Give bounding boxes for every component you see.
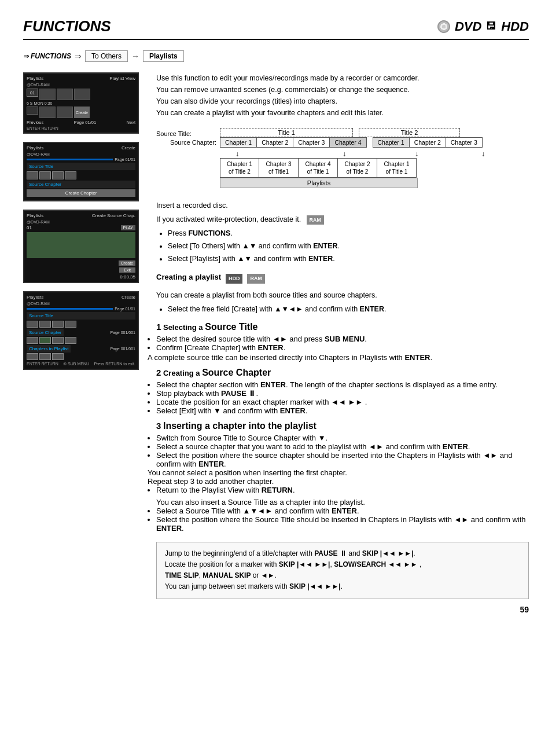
pl-item-1: Chapter 1of Title 2 <box>220 158 259 178</box>
screen-1-thumb3 <box>74 89 90 100</box>
screen-3-sub-title: Create Source Chap. <box>92 213 135 218</box>
s4t3 <box>52 321 64 328</box>
playlist-boxes: Chapter 1of Title 2 Chapter 3of Title1 C… <box>220 158 529 178</box>
left-column: Playlists Playlist View @DVD-RAM 01 6 S … <box>23 72 145 599</box>
pl-item-2: Chapter 3of Title1 <box>259 158 299 178</box>
breadcrumb-playlists[interactable]: Playlists <box>143 50 184 62</box>
section-3-heading: 3 Inserting a chapter into the playlist <box>156 421 529 431</box>
arrow6: ↓ <box>399 150 434 158</box>
arrow5 <box>365 150 399 158</box>
screen-4-sc-row: Source Chapter Page 001/001 <box>27 329 135 336</box>
s2-step3: Locate the position for an exact chapter… <box>156 398 529 406</box>
breadcrumb-functions: ⇒ FUNCTIONS <box>23 52 71 60</box>
screen-4: Playlists Create @DVD-RAM Page 01/01 Sou… <box>23 291 139 370</box>
page-header: FUNCTIONS DVD 🖫 HDD <box>23 17 529 40</box>
s3-step4: Return to the Playlist View with RETURN. <box>156 486 529 494</box>
screen-1-time: 6 S MON 0:30 <box>27 101 135 105</box>
screen-1-create[interactable]: Create <box>74 107 90 118</box>
screen-2: Playlists Create @DVD-RAM Page 01/01 Sou… <box>23 142 139 201</box>
screen-3-create-btn[interactable]: Create <box>119 260 135 266</box>
screen-4-thumbs2 <box>27 337 135 344</box>
screen-2-bar: Page 01/01 <box>27 157 135 162</box>
page-title: FUNCTIONS <box>23 17 111 35</box>
s4t6 <box>39 337 51 344</box>
creating-step: Select the free field [Create] with ▲▼◄►… <box>168 303 529 315</box>
screen-2-progress <box>27 159 113 160</box>
hdd-separator: 🖫 <box>486 20 496 32</box>
screen-2-header: Playlists Create <box>27 145 135 151</box>
section-3-list: Switch from Source Title to Source Chapt… <box>156 434 529 494</box>
ch3-t1: Chapter 3 <box>293 137 330 148</box>
screen-1-empty1 <box>27 107 38 115</box>
instr-step1: Press FUNCTIONS. <box>168 227 529 239</box>
title-1: Title 1 <box>278 129 295 136</box>
screen-3-exit[interactable]: Exit <box>119 267 135 273</box>
screen-4-page1: Page 01/01 <box>115 307 135 311</box>
screen-3-buttons: Create <box>27 260 135 266</box>
s2-step4: Select [Exit] with ▼ and confirm with EN… <box>156 406 529 415</box>
s2-step1: Select the chapter section with ENTER. T… <box>156 380 529 389</box>
section-1-heading: 1 Selecting a Source Title <box>156 322 529 332</box>
diagram: Source Title: Title 1 Title 2 Source Cha… <box>156 128 529 188</box>
breadcrumb-arrow-1: ⇒ <box>75 52 82 61</box>
description: Use this function to edit your movies/re… <box>156 72 529 119</box>
desc-line-1: Use this function to edit your movies/re… <box>156 72 529 84</box>
diagram-title-row: Source Title: Title 1 Title 2 <box>156 128 529 137</box>
screen-2-create-chapter[interactable]: Create Chapter <box>27 189 135 197</box>
s4t5 <box>27 337 38 344</box>
creating-heading: Creating a playlist <box>156 271 221 284</box>
section-1-list: Select the desired source title with ◄► … <box>156 335 529 362</box>
s4t9 <box>27 353 38 360</box>
breadcrumb-to-others[interactable]: To Others <box>85 50 128 62</box>
screen-1-thumb2 <box>57 89 73 100</box>
screen-2-thumbs <box>27 171 135 179</box>
screen-4-bar: Page 01/01 <box>27 307 135 311</box>
diagram-label-source-title: Source Title: <box>156 130 220 137</box>
arrow2 <box>255 150 289 158</box>
creating-list: Select the free field [Create] with ▲▼◄►… <box>168 303 529 315</box>
s3-note1: You cannot select a position when insert… <box>148 468 529 477</box>
diagram-chapter-row: Source Chapter: Chapter 1 Chapter 2 Chap… <box>156 137 529 148</box>
chapters-title1: Chapter 1 Chapter 2 Chapter 3 Chapter 4 <box>220 137 367 148</box>
s3-extra1: You can also insert a Source Title as a … <box>156 498 529 507</box>
screen-4-sub: @DVD-RAM <box>27 302 135 306</box>
instr-step2: Select [To Others] with ▲▼ and confirm w… <box>168 240 529 252</box>
source-title-label: Source Title: <box>156 130 192 137</box>
screen-4-sc: Source Chapter <box>27 329 64 336</box>
screen-1-thumb4 <box>39 107 56 118</box>
screen-3: Playlists Create Source Chap. @DVD-RAM 0… <box>23 210 139 283</box>
disc-icon <box>437 20 450 33</box>
s4t4 <box>65 321 76 328</box>
hdd-badge: HDD <box>226 274 243 283</box>
screen-3-num: 01 <box>27 225 32 230</box>
screen-4-cp-row: Chapters in Playlist Page 001/001 <box>27 345 135 353</box>
screen-1-next[interactable]: Next <box>127 120 135 125</box>
screen-1-prev[interactable]: Previous <box>27 120 43 125</box>
desc-line-4: You can create a playlist with your favo… <box>156 107 529 119</box>
screen-2-title: Playlists <box>27 145 43 151</box>
s2t2 <box>39 171 51 179</box>
screen-2-source-chapter: Source Chapter <box>27 181 135 188</box>
screen-4-thumbs3 <box>27 353 135 360</box>
title-2: Title 2 <box>401 129 418 136</box>
screen-2-page: Page 01/01 <box>115 157 135 162</box>
s2t3 <box>52 171 64 179</box>
screen-3-play: PLAY <box>121 225 135 230</box>
screen-1-row2: Create <box>27 107 135 118</box>
diagram-arrows: ↓ ↓ ↓ ↓ <box>220 150 529 158</box>
screen-4-create: Create <box>122 295 135 300</box>
section-2-heading: 2 Creating a Source Chapter <box>156 368 529 378</box>
pl-item-4: Chapter 2of Title 2 <box>338 158 377 178</box>
ch3-t2: Chapter 3 <box>446 137 483 148</box>
screen-3-title: Playlists <box>27 213 43 218</box>
right-column: Use this function to edit your movies/re… <box>156 72 529 599</box>
screen-2-create: Create <box>122 145 135 151</box>
screen-3-dvd: @DVD-RAM <box>27 220 135 224</box>
section-3: 3 Inserting a chapter into the playlist … <box>156 421 529 533</box>
s4t11 <box>52 353 64 360</box>
screen-4-st: Source Title <box>27 312 135 320</box>
ch4-t1: Chapter 4 <box>330 137 366 148</box>
s4t7 <box>52 337 64 344</box>
screen-4-page3: Page 001/001 <box>110 347 135 351</box>
screen-1-header: Playlists Playlist View <box>27 76 135 81</box>
